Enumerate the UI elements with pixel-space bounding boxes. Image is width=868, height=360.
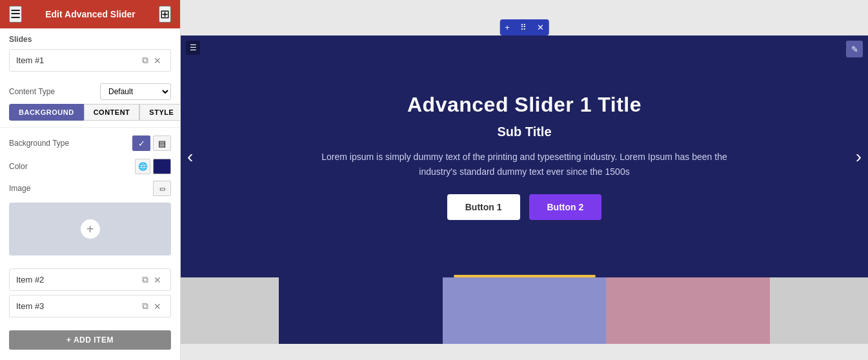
item-label: Item #1: [16, 55, 139, 65]
global-color-button[interactable]: 🌐: [135, 159, 150, 174]
background-type-label: Background Type: [9, 139, 132, 148]
thumbnail-2[interactable]: [443, 277, 607, 344]
thumbnail-1[interactable]: [279, 277, 443, 344]
content-type-select[interactable]: Default: [100, 83, 171, 100]
tab-background[interactable]: BACKGROUND: [9, 104, 84, 121]
duplicate-item-3-button[interactable]: ⧉: [139, 301, 151, 312]
thumbnail-strip: [181, 277, 868, 344]
slider-progress-bar: [454, 275, 596, 277]
color-swatch[interactable]: [153, 159, 171, 174]
duplicate-item-2-button[interactable]: ⧉: [139, 274, 151, 285]
slider-subtitle: Sub Title: [312, 125, 738, 139]
close-widget-button[interactable]: ✕: [532, 19, 549, 35]
slider-content: Advanced Slider 1 Title Sub Title Lorem …: [299, 80, 751, 233]
color-controls: 🌐: [135, 159, 171, 174]
thumbnail-3[interactable]: [606, 277, 770, 344]
slider-buttons: Button 1 Button 2: [312, 194, 738, 220]
image-upload-area[interactable]: +: [9, 203, 171, 255]
add-item-button[interactable]: + ADD ITEM: [9, 330, 171, 350]
slider-main: ☰ ✎ ‹ Advanced Slider 1 Title Sub Title …: [181, 35, 868, 277]
gradient-type-button[interactable]: ▤: [153, 135, 171, 151]
thumb-gap-left: [181, 277, 279, 344]
item-label-2: Item #2: [16, 275, 139, 285]
slider-button-1[interactable]: Button 1: [447, 194, 520, 220]
list-item: Item #2 ⧉ ✕: [9, 268, 171, 291]
tab-content[interactable]: CONTENT: [84, 104, 140, 121]
tab-row: BACKGROUND CONTENT STYLE: [0, 104, 180, 121]
prev-arrow-button[interactable]: ‹: [181, 140, 199, 174]
delete-item-2-button[interactable]: ✕: [151, 275, 164, 285]
move-widget-button[interactable]: ⠿: [515, 19, 532, 35]
next-arrow-button[interactable]: ›: [849, 140, 868, 174]
edit-slider-button[interactable]: ✎: [846, 41, 863, 57]
image-label: Image: [9, 184, 153, 193]
hamburger-icon[interactable]: ☰: [9, 6, 22, 23]
image-label-row: Image ▭: [0, 178, 180, 199]
color-row: Color 🌐: [0, 155, 180, 178]
add-widget-button[interactable]: +: [500, 19, 515, 35]
tab-style[interactable]: STYLE: [139, 104, 181, 121]
delete-item-1-button[interactable]: ✕: [151, 55, 164, 66]
thumb-gap-right: [770, 277, 868, 344]
background-type-row: Background Type ✓ ▤: [0, 132, 180, 155]
solid-type-button[interactable]: ✓: [132, 135, 150, 151]
slider-wrapper: ☰ ✎ ‹ Advanced Slider 1 Title Sub Title …: [181, 35, 868, 360]
list-item: Item #3 ⧉ ✕: [9, 295, 171, 317]
list-item: Item #1 ⧉ ✕: [9, 49, 171, 72]
main-area: + ⠿ ✕ ☰ ✎ ‹ Advanced Slider 1 Title Sub …: [181, 0, 868, 360]
slides-section: Slides Item #1 ⧉ ✕: [0, 28, 180, 79]
item-label-3: Item #3: [16, 301, 139, 311]
slider-title: Advanced Slider 1 Title: [312, 93, 738, 117]
slides-section-2: Item #2 ⧉ ✕ Item #3 ⧉ ✕: [0, 262, 180, 325]
widget-toolbar: + ⠿ ✕: [500, 19, 549, 35]
upload-plus-icon: +: [81, 219, 100, 239]
delete-item-3-button[interactable]: ✕: [151, 301, 164, 312]
header-bar: ☰ Edit Advanced Slider ⊞: [0, 0, 180, 28]
duplicate-item-1-button[interactable]: ⧉: [139, 55, 151, 66]
panel-title: Edit Advanced Slider: [45, 9, 136, 19]
slides-label: Slides: [9, 35, 171, 44]
content-type-row: Content Type Default: [0, 79, 180, 104]
left-panel: ☰ Edit Advanced Slider ⊞ Slides Item #1 …: [0, 0, 181, 360]
divider: [0, 127, 180, 128]
background-type-controls: ✓ ▤: [132, 135, 171, 151]
grid-icon[interactable]: ⊞: [159, 6, 171, 23]
slider-button-2[interactable]: Button 2: [529, 194, 602, 220]
color-label: Color: [9, 162, 135, 171]
slider-body: Lorem ipsum is simply dummy text of the …: [312, 150, 738, 179]
content-type-label: Content Type: [9, 87, 100, 96]
image-display-button[interactable]: ▭: [153, 181, 171, 196]
slider-menu-icon[interactable]: ☰: [186, 41, 200, 55]
